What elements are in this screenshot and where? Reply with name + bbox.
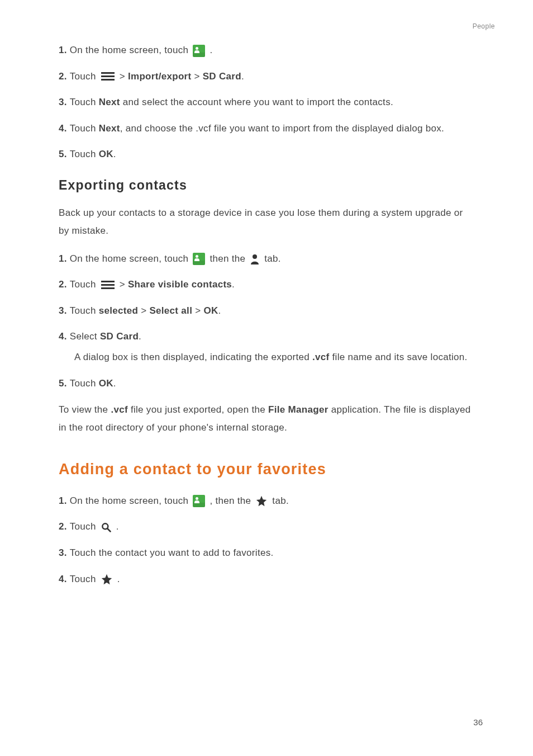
step-text: Touch the contact you want to add to fav… xyxy=(70,547,274,558)
step-text: On the home screen, touch xyxy=(70,253,192,264)
step-text: , and choose the .vcf file you want to i… xyxy=(120,123,444,134)
export-step-1: 1. On the home screen, touch then the ta… xyxy=(59,251,474,268)
import-step-2: 2. Touch > Import/export > SD Card. xyxy=(59,68,474,86)
step-text: . xyxy=(113,521,119,532)
step-note: A dialog box is then displayed, indicati… xyxy=(74,349,474,366)
step-text: Touch xyxy=(70,574,99,584)
contacts-app-icon xyxy=(193,495,205,507)
step-bold: OK xyxy=(99,378,113,389)
svg-point-0 xyxy=(253,254,257,259)
step-bold: Import/export xyxy=(128,71,191,82)
export-step-4: 4. Select SD Card. A dialog box is then … xyxy=(59,328,474,366)
step-number: 2. xyxy=(59,521,70,532)
export-step-2: 2. Touch > Share visible contacts. xyxy=(59,276,474,294)
menu-icon xyxy=(101,72,115,81)
step-number: 1. xyxy=(59,495,70,506)
favorites-step-4: 4. Touch . xyxy=(59,571,474,588)
step-text: . xyxy=(113,149,116,159)
favorites-step-1: 1. On the home screen, touch , then the … xyxy=(59,493,474,510)
svg-line-2 xyxy=(107,528,110,531)
import-step-1: 1. On the home screen, touch . xyxy=(59,42,474,59)
export-step-5: 5. Touch OK. xyxy=(59,375,474,393)
star-icon xyxy=(101,573,113,585)
export-step-3: 3. Touch selected > Select all > OK. xyxy=(59,303,474,320)
person-tab-icon xyxy=(250,253,260,264)
import-step-5: 5. Touch OK. xyxy=(59,146,474,163)
step-bold: selected xyxy=(99,305,138,316)
page-content: 1. On the home screen, touch . 2. Touch … xyxy=(59,22,474,588)
step-number: 5. xyxy=(59,378,70,389)
step-number: 1. xyxy=(59,253,70,264)
step-bold: SD Card xyxy=(203,71,241,82)
step-bold: OK xyxy=(99,149,113,159)
step-text: Touch xyxy=(70,305,99,316)
step-bold: Next xyxy=(99,97,120,107)
step-text: and select the account where you want to… xyxy=(120,97,393,107)
step-text: , then the xyxy=(207,495,254,506)
step-text: Touch xyxy=(70,123,99,134)
step-text: . xyxy=(232,279,235,290)
step-number: 5. xyxy=(59,149,70,159)
step-number: 3. xyxy=(59,97,70,107)
step-bold: SD Card xyxy=(100,331,139,342)
step-text: Touch xyxy=(70,149,99,159)
step-text: . xyxy=(241,71,244,82)
exporting-outro: To view the .vcf file you just exported,… xyxy=(59,401,474,437)
step-text: Touch xyxy=(70,521,99,532)
step-bold: Select all xyxy=(149,305,192,316)
import-step-4: 4. Touch Next, and choose the .vcf file … xyxy=(59,120,474,138)
step-text: > xyxy=(117,71,128,82)
step-text: . xyxy=(115,574,120,584)
step-text: . xyxy=(218,305,221,316)
step-text: > xyxy=(191,71,202,82)
favorites-step-2: 2. Touch . xyxy=(59,518,474,536)
exporting-heading: Exporting contacts xyxy=(59,178,474,193)
step-text: > xyxy=(117,279,128,290)
step-number: 4. xyxy=(59,331,70,342)
step-number: 4. xyxy=(59,123,70,134)
step-number: 2. xyxy=(59,279,70,290)
step-bold: Next xyxy=(99,123,120,134)
step-number: 2. xyxy=(59,71,70,82)
step-text: > xyxy=(138,305,149,316)
step-text: On the home screen, touch xyxy=(70,495,192,506)
step-bold: Share visible contacts xyxy=(128,279,232,290)
step-text: then the xyxy=(207,253,248,264)
chapter-label: People xyxy=(473,22,495,30)
step-number: 4. xyxy=(59,574,70,584)
step-number: 3. xyxy=(59,305,70,316)
step-text: Touch xyxy=(70,97,99,107)
step-text: . xyxy=(139,331,141,342)
step-text: Touch xyxy=(70,378,99,389)
step-text: . xyxy=(113,378,116,389)
step-text: Touch xyxy=(70,71,99,82)
favorites-step-3: 3. Touch the contact you want to add to … xyxy=(59,545,474,562)
step-number: 1. xyxy=(59,45,70,55)
step-text: On the home screen, touch xyxy=(70,45,192,55)
search-icon xyxy=(101,522,112,533)
step-bold: OK xyxy=(203,305,218,316)
step-text: tab. xyxy=(261,253,281,264)
step-text: . xyxy=(207,45,212,55)
exporting-intro: Back up your contacts to a storage devic… xyxy=(59,204,474,240)
step-text: Touch xyxy=(70,279,99,290)
import-step-3: 3. Touch Next and select the account whe… xyxy=(59,94,474,111)
step-text: > xyxy=(192,305,203,316)
star-tab-icon xyxy=(255,495,268,507)
page-number: 36 xyxy=(473,717,483,727)
contacts-app-icon xyxy=(193,253,205,265)
favorites-heading: Adding a contact to your favorites xyxy=(59,461,474,478)
contacts-app-icon xyxy=(193,45,205,57)
menu-icon xyxy=(101,281,115,290)
step-text: tab. xyxy=(269,495,289,506)
step-text: Select xyxy=(70,331,100,342)
step-number: 3. xyxy=(59,547,70,558)
